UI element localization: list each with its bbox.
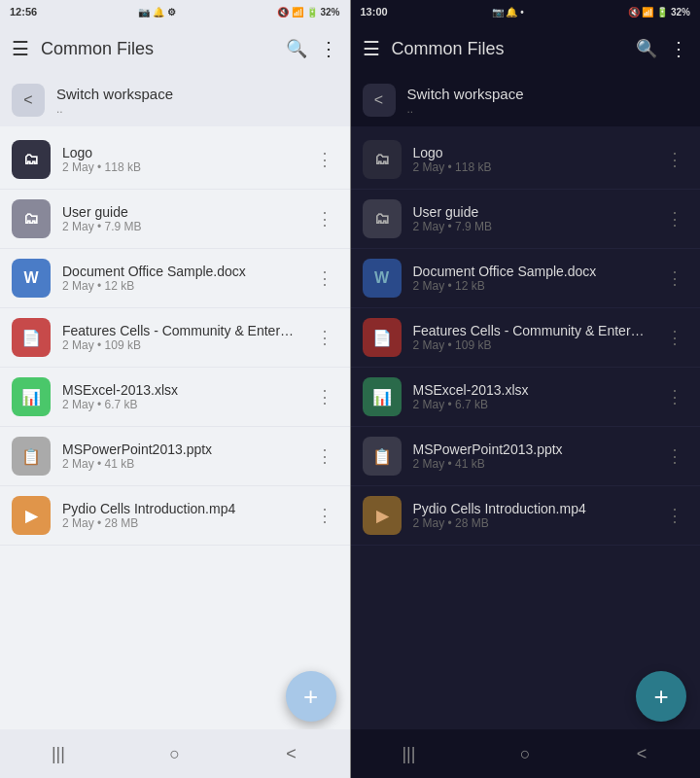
nav-back-icon[interactable]: < <box>618 734 665 773</box>
list-item[interactable]: 📄 Features Cells - Community & Enterpr… … <box>0 308 350 368</box>
file-meta: 2 May • 118 kB <box>413 160 650 174</box>
file-name: User guide <box>413 204 650 220</box>
file-icon: 📊 <box>12 377 51 416</box>
status-bar: 13:00 📷 🔔 • 🔇 📶 🔋 32% <box>351 0 701 23</box>
file-icon: W <box>12 259 51 298</box>
list-item[interactable]: 📋 MSPowerPoint2013.pptx 2 May • 41 kB ⋮ <box>0 427 350 486</box>
file-name: Logo <box>62 145 299 160</box>
file-more-button[interactable]: ⋮ <box>311 205 338 232</box>
file-icon: ▶ <box>12 496 51 535</box>
file-icon: 📋 <box>363 437 402 476</box>
file-icon: 📋 <box>12 437 51 476</box>
status-time: 13:00 <box>361 6 388 18</box>
fab-button[interactable]: + <box>286 671 336 722</box>
panel-dark: 13:00 📷 🔔 • 🔇 📶 🔋 32% ☰ Common Files 🔍 ⋮… <box>351 0 701 778</box>
list-item[interactable]: 📊 MSExcel-2013.xlsx 2 May • 6.7 kB ⋮ <box>351 368 701 427</box>
search-button[interactable]: 🔍 <box>286 38 307 59</box>
file-info: MSPowerPoint2013.pptx 2 May • 41 kB <box>62 442 299 471</box>
file-info: MSExcel-2013.xlsx 2 May • 6.7 kB <box>62 382 299 411</box>
switch-workspace-row[interactable]: < Switch workspace .. <box>351 74 701 126</box>
list-item[interactable]: W Document Office Sample.docx 2 May • 12… <box>0 249 350 308</box>
switch-workspace-row[interactable]: < Switch workspace .. <box>0 74 350 126</box>
file-more-button[interactable]: ⋮ <box>311 502 338 529</box>
list-item[interactable]: W Document Office Sample.docx 2 May • 12… <box>351 249 701 308</box>
nav-menu-icon[interactable]: ||| <box>35 734 82 773</box>
more-button[interactable]: ⋮ <box>319 37 338 60</box>
file-info: Pydio Cells Introduction.mp4 2 May • 28 … <box>62 501 299 530</box>
file-more-button[interactable]: ⋮ <box>661 265 688 292</box>
file-name: Features Cells - Community & Enterpr… <box>413 323 650 338</box>
file-list: 🗂 Logo 2 May • 118 kB ⋮ 🗂 User guide 2 M… <box>0 126 350 549</box>
file-name: MSExcel-2013.xlsx <box>62 382 299 398</box>
bottom-nav: |||○< <box>0 729 350 778</box>
status-right: 🔇 📶 🔋 32% <box>628 7 690 18</box>
status-right: 🔇 📶 🔋 32% <box>277 7 339 18</box>
file-more-button[interactable]: ⋮ <box>661 205 688 232</box>
page-title: Common Files <box>392 39 625 59</box>
switch-workspace-label: Switch workspace <box>56 86 173 102</box>
file-info: MSExcel-2013.xlsx 2 May • 6.7 kB <box>413 382 650 411</box>
list-item[interactable]: ▶ Pydio Cells Introduction.mp4 2 May • 2… <box>0 486 350 546</box>
nav-back-icon[interactable]: < <box>268 734 315 773</box>
file-icon: 📄 <box>363 318 402 357</box>
file-more-button[interactable]: ⋮ <box>311 324 338 351</box>
switch-workspace-label: Switch workspace <box>407 86 524 102</box>
file-meta: 2 May • 7.9 MB <box>413 220 650 233</box>
list-item[interactable]: 🗂 Logo 2 May • 118 kB ⋮ <box>0 130 350 190</box>
file-info: Pydio Cells Introduction.mp4 2 May • 28 … <box>413 501 650 530</box>
back-button[interactable]: < <box>12 84 45 117</box>
list-item[interactable]: 🗂 Logo 2 May • 118 kB ⋮ <box>351 130 701 190</box>
list-item[interactable]: ▶ Pydio Cells Introduction.mp4 2 May • 2… <box>351 486 701 546</box>
file-icon: 📊 <box>363 377 402 416</box>
file-meta: 2 May • 6.7 kB <box>62 398 299 411</box>
file-info: User guide 2 May • 7.9 MB <box>413 204 650 233</box>
status-icons: 📷 🔔 ⚙ <box>138 7 176 18</box>
nav-menu-icon[interactable]: ||| <box>385 734 432 773</box>
file-name: Features Cells - Community & Enterpr… <box>62 323 299 338</box>
search-button[interactable]: 🔍 <box>636 38 657 59</box>
file-meta: 2 May • 109 kB <box>62 338 299 352</box>
file-more-button[interactable]: ⋮ <box>661 146 688 173</box>
list-item[interactable]: 📊 MSExcel-2013.xlsx 2 May • 6.7 kB ⋮ <box>0 368 350 427</box>
menu-button[interactable]: ☰ <box>363 37 380 60</box>
status-time: 12:56 <box>10 6 37 18</box>
list-item[interactable]: 📋 MSPowerPoint2013.pptx 2 May • 41 kB ⋮ <box>351 427 701 486</box>
file-info: Logo 2 May • 118 kB <box>62 145 299 174</box>
status-bar: 12:56 📷 🔔 ⚙ 🔇 📶 🔋 32% <box>0 0 350 23</box>
file-more-button[interactable]: ⋮ <box>311 383 338 410</box>
content-area: < Switch workspace .. 🗂 Logo 2 May • 118… <box>0 74 350 778</box>
file-name: Logo <box>413 145 650 160</box>
nav-home-icon[interactable]: ○ <box>152 734 198 773</box>
fab-button[interactable]: + <box>636 671 686 722</box>
more-button[interactable]: ⋮ <box>669 37 688 60</box>
file-meta: 2 May • 6.7 kB <box>413 398 650 411</box>
menu-button[interactable]: ☰ <box>12 37 29 60</box>
file-more-button[interactable]: ⋮ <box>661 383 688 410</box>
list-item[interactable]: 🗂 User guide 2 May • 7.9 MB ⋮ <box>0 190 350 249</box>
back-button[interactable]: < <box>363 84 396 117</box>
file-name: MSPowerPoint2013.pptx <box>413 442 650 457</box>
file-icon: W <box>363 259 402 298</box>
switch-workspace-sub: .. <box>56 102 173 116</box>
list-item[interactable]: 🗂 User guide 2 May • 7.9 MB ⋮ <box>351 190 701 249</box>
nav-home-icon[interactable]: ○ <box>502 734 548 773</box>
switch-workspace-info: Switch workspace .. <box>56 86 173 116</box>
file-meta: 2 May • 7.9 MB <box>62 220 299 233</box>
switch-workspace-info: Switch workspace .. <box>407 86 524 116</box>
file-meta: 2 May • 28 MB <box>413 516 650 530</box>
file-more-button[interactable]: ⋮ <box>311 265 338 292</box>
file-name: Document Office Sample.docx <box>62 264 299 279</box>
file-more-button[interactable]: ⋮ <box>661 442 688 470</box>
file-name: Document Office Sample.docx <box>413 264 650 279</box>
file-icon: 🗂 <box>12 199 51 238</box>
file-list: 🗂 Logo 2 May • 118 kB ⋮ 🗂 User guide 2 M… <box>351 126 701 549</box>
list-item[interactable]: 📄 Features Cells - Community & Enterpr… … <box>351 308 701 368</box>
file-more-button[interactable]: ⋮ <box>661 324 688 351</box>
file-more-button[interactable]: ⋮ <box>661 502 688 529</box>
file-more-button[interactable]: ⋮ <box>311 442 338 470</box>
file-info: Features Cells - Community & Enterpr… 2 … <box>62 323 299 352</box>
file-info: User guide 2 May • 7.9 MB <box>62 204 299 233</box>
status-icons: 📷 🔔 • <box>492 7 524 18</box>
file-more-button[interactable]: ⋮ <box>311 146 338 173</box>
bottom-nav: |||○< <box>351 729 701 778</box>
